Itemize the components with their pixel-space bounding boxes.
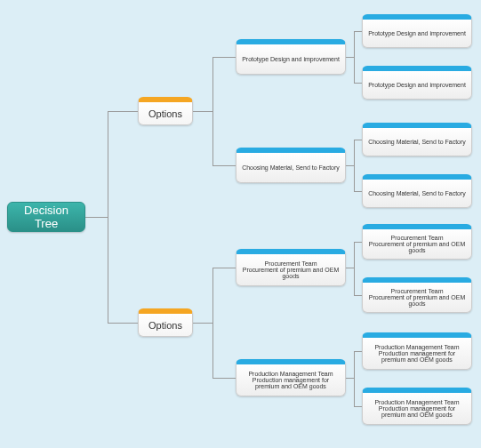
conn	[354, 295, 362, 296]
conn	[193, 323, 212, 324]
conn	[354, 242, 362, 243]
level3-node-6: Production Management Team Production ma…	[362, 332, 472, 370]
conn	[354, 31, 362, 32]
level1-label-1: Options	[148, 320, 182, 331]
conn	[354, 406, 362, 407]
conn	[193, 111, 212, 112]
conn	[212, 165, 236, 166]
conn	[108, 323, 138, 324]
level2-label-0: Prototype Design and improvement	[242, 56, 340, 62]
level1-node-0: Options	[138, 97, 193, 125]
level3-node-1: Prototype Design and improvement	[362, 66, 472, 100]
conn	[346, 57, 354, 58]
level3-label-5: Procurement Team Procurement of premium …	[366, 288, 468, 307]
conn	[108, 111, 108, 323]
conn	[354, 242, 355, 295]
conn	[85, 217, 108, 218]
level2-node-0: Prototype Design and improvement	[236, 39, 346, 75]
level3-label-3: Choosing Material, Send to Factory	[368, 190, 466, 196]
level3-node-0: Prototype Design and improvement	[362, 14, 472, 48]
conn	[212, 268, 236, 268]
conn	[354, 351, 355, 406]
level3-node-3: Choosing Material, Send to Factory	[362, 174, 472, 208]
level2-node-2: Procurement Team Procurement of premium …	[236, 249, 346, 286]
level3-node-7: Production Management Team Production ma…	[362, 388, 472, 425]
root-label: Decision Tree	[12, 204, 81, 230]
level3-label-7: Production Management Team Production ma…	[366, 399, 468, 418]
conn	[346, 378, 354, 379]
level3-label-1: Prototype Design and improvement	[368, 82, 466, 88]
level2-label-3: Production Management Team Production ma…	[240, 371, 341, 389]
level3-label-0: Prototype Design and improvement	[368, 30, 466, 36]
conn	[212, 57, 213, 165]
level3-label-2: Choosing Material, Send to Factory	[368, 139, 466, 145]
level2-node-3: Production Management Team Production ma…	[236, 359, 346, 396]
conn	[354, 140, 362, 140]
level1-label-0: Options	[148, 108, 182, 119]
level2-label-1: Choosing Material, Send to Factory	[242, 164, 340, 171]
level3-label-4: Procurement Team Procurement of premium …	[366, 235, 468, 253]
conn	[354, 83, 362, 84]
level3-node-4: Procurement Team Procurement of premium …	[362, 224, 472, 260]
level2-node-1: Choosing Material, Send to Factory	[236, 148, 346, 183]
conn	[212, 378, 236, 379]
conn	[354, 31, 355, 83]
conn	[212, 57, 236, 58]
conn	[354, 191, 362, 192]
root-node: Decision Tree	[7, 202, 85, 232]
conn	[346, 268, 354, 268]
conn	[354, 351, 362, 352]
level3-node-2: Choosing Material, Send to Factory	[362, 123, 472, 156]
level3-label-6: Production Management Team Production ma…	[366, 344, 468, 363]
level2-label-2: Procurement Team Procurement of premium …	[240, 260, 341, 279]
level3-node-5: Procurement Team Procurement of premium …	[362, 277, 472, 313]
level1-node-1: Options	[138, 308, 193, 337]
conn	[346, 165, 354, 166]
conn	[212, 268, 213, 378]
conn	[108, 111, 138, 112]
conn	[354, 140, 355, 191]
